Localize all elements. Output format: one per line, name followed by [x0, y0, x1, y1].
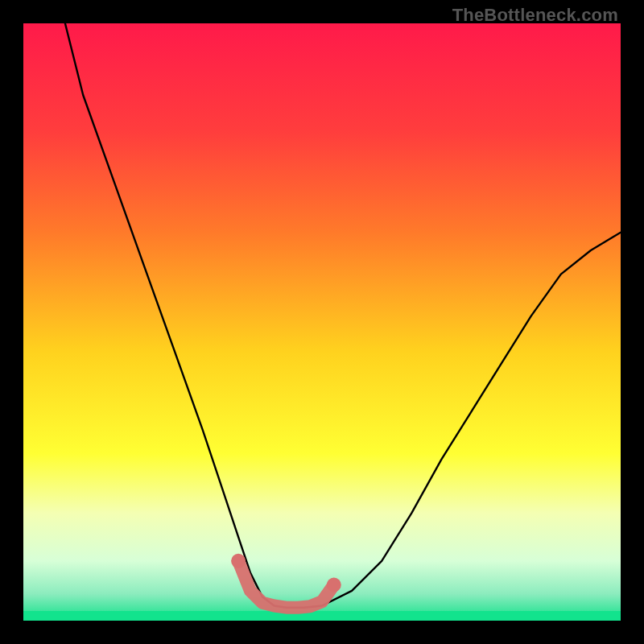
svg-rect-0	[23, 23, 621, 621]
highlight-endpoint	[327, 578, 341, 592]
chart-frame: TheBottleneck.com	[0, 0, 644, 644]
highlight-endpoint	[231, 554, 246, 568]
chart-plot	[23, 23, 621, 621]
svg-rect-1	[23, 611, 621, 621]
chart-svg	[23, 23, 621, 621]
